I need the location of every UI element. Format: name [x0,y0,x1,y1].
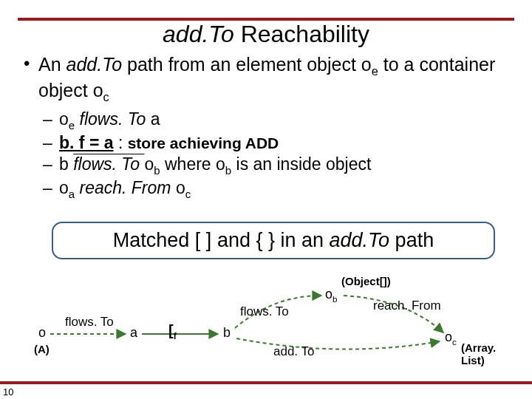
flowsto-top-text: flows. To [240,304,289,318]
node-b-text: b [223,325,231,340]
obj-arr-text: (Object[]) [341,275,391,287]
label-addto: add. To [273,344,314,359]
label-arraylist: (Array. List) [461,341,502,366]
sb1-post: a [151,109,160,129]
sb4-ital: reach. From [75,178,176,197]
boxed-ital: add.To [330,229,390,251]
node-o: o [38,325,46,341]
slide-bottom-rule [0,381,532,384]
boxed-callout: Matched [ ] and { } in an add.To path [52,222,495,259]
boxed-post: path [389,229,434,251]
node-ob-text: o [325,287,332,301]
reachfrom-text: reach. From [373,299,441,313]
sb4-sub: a [69,188,75,200]
bracket-text: [ [168,322,174,338]
flowsto-left-text: flows. To [65,315,114,329]
sub-bullet-3: b flows. To ob where ob is an inside obj… [21,154,511,177]
slide-body: An add.To path from an element object oe… [21,53,511,202]
sb4-sub2: c [185,188,191,200]
f-sub-text: f [174,331,177,341]
sub-bullet-4: oa reach. From oc [21,177,511,201]
node-oc: oc [445,330,457,347]
sb2-rest: : [114,133,128,152]
main-bullet: An add.To path from an element object oe… [21,53,511,104]
sb3-mid: o [145,154,154,174]
node-A: (A) [34,343,50,355]
sub-bullet-1: oe flows. To a [21,109,511,132]
sb1-sub: e [69,119,75,132]
label-flowsto-left: flows. To [65,315,114,330]
label-object-array: (Object[]) [341,275,391,287]
addto-text: add. To [273,344,314,358]
sb3-pre: b [59,154,73,174]
sb2-boldul: b. f = a [59,133,114,152]
sb2-boldrest: store achieving ADD [128,134,279,151]
sub-bullet-2: b. f = a : store achieving ADD [21,132,511,154]
boxed-pre: Matched [ ] and { } in an [113,229,330,251]
node-A-text: (A) [34,343,50,355]
label-flowsto-top: flows. To [240,304,289,319]
node-oc-text: o [445,330,452,344]
sb3-mid2: where o [160,154,225,174]
slide-title: add.To Reachability [0,21,532,48]
main-bullet-mid: path from an element object o [122,54,372,75]
sb3-sub: b [154,164,160,177]
node-ob-sub: b [332,294,338,304]
bracket-f: [f [168,322,177,341]
sb4-mid: o [176,178,185,197]
main-bullet-ital: add.To [66,54,123,75]
sb4-pre: o [59,178,69,197]
diagram: o (A) flows. To a [f b flows. To ob (Obj… [30,273,502,369]
sb3-post: is an inside object [231,154,371,174]
node-a-text: a [130,325,137,340]
node-ob: ob [325,287,338,304]
node-oc-sub: c [452,337,457,347]
sb1-pre: o [59,109,69,129]
node-b: b [223,325,231,341]
main-bullet-pre: An [38,54,66,75]
page-number: 10 [3,386,13,398]
title-ital: add.To [163,21,234,47]
main-bullet-sub1: e [372,64,378,78]
arraylist-text: (Array. List) [461,341,496,366]
node-a: a [130,325,137,341]
node-o-text: o [38,325,46,340]
main-bullet-sub2: c [103,90,109,103]
title-rest: Reachability [234,21,369,47]
sb1-ital: flows. To [75,109,151,129]
sb3-ital: flows. To [73,154,144,174]
label-reachfrom: reach. From [373,299,441,313]
sb3-sub2: b [225,164,231,177]
